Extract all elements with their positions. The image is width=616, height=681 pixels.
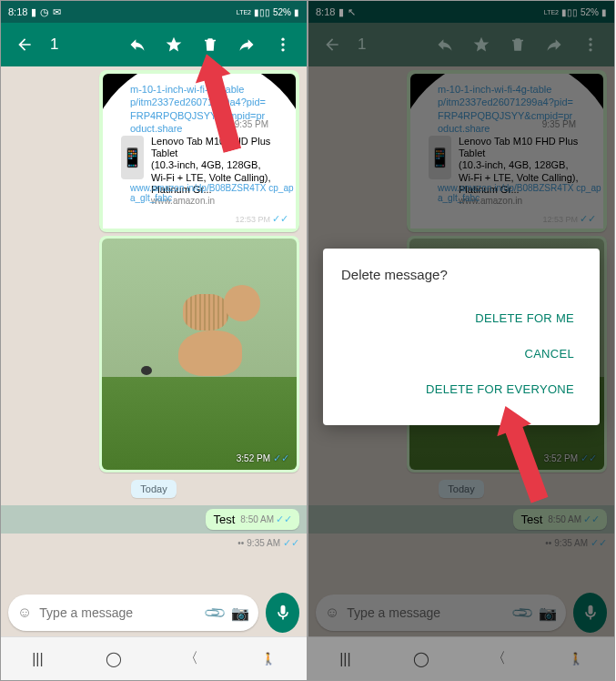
- delete-dialog: Delete message? DELETE FOR ME CANCEL DEL…: [323, 249, 600, 425]
- back-icon[interactable]: [14, 34, 35, 56]
- emoji-icon[interactable]: ☺: [17, 605, 32, 621]
- nav-back-icon[interactable]: 〈: [184, 649, 198, 668]
- selection-count: 1: [50, 36, 119, 54]
- link-time-1: 9:35 PM: [235, 119, 268, 129]
- date-chip: Today: [131, 480, 176, 498]
- link-url-1: m-10-1-inch-wi-fi-4g-table: [130, 83, 268, 96]
- phone-right: 8:18 ▮↖ LTE2 ▮▯▯ 52% ▮ 1 m-10-1-inch-wi-…: [308, 0, 615, 681]
- test-text: Test: [213, 513, 235, 526]
- dialog-title: Delete message?: [341, 267, 581, 282]
- mic-button[interactable]: [266, 593, 299, 633]
- nav-home-icon[interactable]: ◯: [106, 650, 122, 667]
- chat-area: m-10-1-inch-wi-fi-4g-table p/itm2337ed26…: [1, 66, 307, 636]
- amazon-link: www.amazon.in/dp/B08BZSR4TX cp_apa_glt_f…: [130, 183, 296, 203]
- svg-point-1: [281, 43, 284, 46]
- cat-in-image: [160, 285, 260, 385]
- image-message[interactable]: 3:52 PM✓✓: [99, 236, 299, 473]
- message-input-container[interactable]: ☺ 📎 📷: [8, 595, 258, 631]
- reply-icon[interactable]: [126, 34, 148, 56]
- small-time-msg: •• 9:35 AM ✓✓: [237, 537, 299, 549]
- link-time-2: 12:53 PM: [235, 215, 270, 224]
- read-check-icon-2: ✓✓: [273, 452, 289, 464]
- signal-icon: ▮▯▯: [254, 7, 270, 17]
- test-message[interactable]: Test 8:50 AM✓✓: [206, 509, 299, 530]
- status-bar: 8:18 ▮ ◷ ✉ LTE2 ▮▯▯ 52% ▮: [1, 1, 307, 23]
- nav-recent-icon[interactable]: |||: [32, 651, 43, 667]
- svg-point-2: [281, 48, 284, 51]
- camera-icon[interactable]: 📷: [231, 605, 249, 622]
- status-time: 8:18: [8, 6, 27, 17]
- batt-icon: ▮: [294, 7, 299, 17]
- bee-in-image: [141, 366, 152, 375]
- message-input[interactable]: [39, 605, 198, 620]
- svg-point-0: [281, 38, 284, 41]
- forward-icon[interactable]: [236, 34, 258, 56]
- nav-accessibility-icon[interactable]: 🚶: [261, 652, 276, 666]
- read-check-icon: ✓✓: [272, 213, 288, 225]
- delete-icon[interactable]: [199, 34, 221, 56]
- cancel-button[interactable]: CANCEL: [341, 336, 581, 371]
- delete-for-everyone-button[interactable]: DELETE FOR EVERYONE: [341, 371, 581, 407]
- battery-icon: ▮: [31, 6, 36, 18]
- image-time: 3:52 PM: [237, 453, 270, 463]
- delete-for-me-button[interactable]: DELETE FOR ME: [341, 300, 581, 336]
- phone-left: 8:18 ▮ ◷ ✉ LTE2 ▮▯▯ 52% ▮ 1 m-10-: [0, 0, 308, 681]
- attach-icon[interactable]: 📎: [203, 600, 228, 625]
- test-time: 8:50 AM: [240, 514, 274, 524]
- selected-message-row[interactable]: Test 8:50 AM✓✓: [1, 505, 307, 534]
- selection-toolbar: 1: [1, 23, 307, 66]
- battery-pct: 52%: [273, 7, 291, 17]
- read-check-3: ✓✓: [276, 513, 292, 525]
- more-icon[interactable]: [272, 34, 294, 56]
- message-icon: ✉: [53, 6, 61, 18]
- input-bar: ☺ 📎 📷: [1, 589, 307, 636]
- star-icon[interactable]: [163, 34, 185, 56]
- nav-bar: ||| ◯ 〈 🚶: [1, 636, 307, 680]
- link-url-2: p/itm2337ed26071299a4?pid=: [130, 96, 268, 108]
- product-thumbnail: 📱: [121, 136, 144, 179]
- product-title: Lenovo Tab M10 FHD Plus Tablet: [151, 136, 278, 159]
- link-preview-message[interactable]: m-10-1-inch-wi-fi-4g-table p/itm2337ed26…: [99, 70, 299, 232]
- clock-icon: ◷: [40, 6, 49, 18]
- network-label: LTE2: [237, 9, 251, 15]
